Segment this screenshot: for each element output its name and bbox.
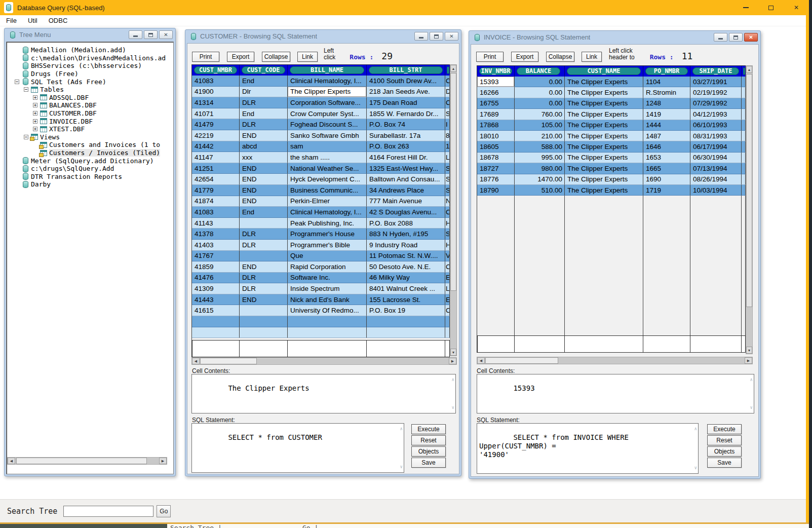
table-cell[interactable]: P.O. Box 19 (367, 305, 445, 316)
table-cell[interactable]: University Of Redmo... (288, 305, 367, 316)
table-cell[interactable]: 11 Potomac St. N.W.... (367, 251, 445, 262)
table-cell[interactable]: DLR (240, 97, 288, 108)
close-icon[interactable]: ✕ (744, 33, 758, 42)
table-cell[interactable]: Programmer's Bible (288, 240, 367, 251)
link-button[interactable]: Link (582, 52, 602, 62)
table-cell[interactable]: 17689 (477, 109, 515, 120)
tree-item[interactable]: −Tables (7, 86, 173, 94)
table-cell[interactable]: End (240, 108, 288, 120)
menu-util[interactable]: Util (28, 17, 37, 24)
table-cell-partial[interactable] (445, 316, 450, 327)
table-cell[interactable]: 0.00 (515, 98, 565, 109)
expand-icon[interactable]: + (33, 127, 37, 131)
table-cell[interactable] (240, 251, 288, 262)
table-cell[interactable]: DLR (240, 283, 288, 294)
tree-item[interactable]: +ADSSQL.DBF (7, 94, 173, 102)
menu-file[interactable]: File (6, 17, 17, 24)
scroll-up-icon[interactable]: ▲ (746, 66, 752, 73)
tree-window-titlebar[interactable]: Tree Menu ✕ (5, 28, 175, 41)
table-cell[interactable]: The Clipper Experts (288, 87, 367, 98)
go-button[interactable]: Go (157, 505, 171, 517)
scroll-up-icon[interactable]: ▲ (450, 65, 456, 72)
tree-item[interactable]: DTR Transaction Reports (7, 173, 173, 181)
table-cell-partial[interactable]: L (445, 152, 450, 163)
table-cell[interactable]: Software Inc. (288, 273, 367, 284)
table-cell[interactable]: 883 N Hyden, #195 (367, 229, 445, 240)
table-cell[interactable]: 41083 (192, 207, 240, 218)
scrollbar-thumb[interactable] (485, 357, 558, 364)
table-cell[interactable]: Clinical Hematology, I... (288, 76, 367, 87)
table-cell[interactable]: 41071 (192, 108, 240, 120)
table-cell-partial[interactable] (742, 109, 746, 120)
scroll-right-icon[interactable]: ▶ (159, 458, 167, 464)
minimize-icon[interactable] (714, 33, 727, 42)
scroll-left-icon[interactable]: ◀ (477, 357, 485, 364)
tree-item[interactable]: −SQL Test (Ads Free) (7, 78, 173, 86)
table-cell[interactable]: 41767 (192, 251, 240, 262)
table-cell[interactable]: 10/03/1994 (690, 185, 742, 196)
tree-item[interactable]: c:\drugs\SqlQuery.Add (7, 165, 173, 173)
table-cell[interactable] (288, 316, 367, 327)
table-cell[interactable]: END (240, 261, 288, 273)
table-cell[interactable]: 18790 (477, 185, 515, 196)
minimize-icon[interactable] (129, 30, 142, 39)
table-cell[interactable]: Surabellastr. 17a (367, 130, 445, 141)
table-cell[interactable]: 41143 (192, 218, 240, 229)
table-cell[interactable] (240, 218, 288, 229)
column-header[interactable]: BILL_NAME (288, 65, 367, 76)
table-cell[interactable]: END (240, 196, 288, 207)
table-cell[interactable]: 06/30/1994 (690, 153, 742, 163)
scroll-down-icon[interactable]: ▼ (746, 347, 752, 354)
invoice-window-titlebar[interactable]: INVOICE - Browsing SQL Statement ✕ (469, 31, 760, 44)
entry-cell[interactable] (240, 340, 288, 357)
table-cell[interactable] (367, 327, 445, 338)
table-cell[interactable]: 42 S Douglas Avenu... (367, 207, 445, 218)
table-cell[interactable]: 41779 (192, 185, 240, 196)
column-header[interactable]: INV_NMBR (477, 66, 515, 77)
table-cell[interactable]: END (240, 185, 288, 196)
table-cell[interactable] (192, 327, 240, 338)
objects-button[interactable]: Objects (411, 446, 446, 457)
table-cell[interactable]: Dlr (240, 87, 288, 98)
reset-button[interactable]: Reset (411, 435, 446, 445)
table-cell-partial[interactable]: E (445, 294, 450, 306)
tree-item[interactable]: Drugs (Free) (7, 70, 173, 78)
expand-icon[interactable]: + (33, 103, 37, 107)
entry-cell[interactable] (690, 335, 742, 353)
table-cell-partial[interactable]: E (445, 273, 450, 284)
table-cell[interactable]: Clinical Hematology, I... (288, 207, 367, 218)
table-cell[interactable]: 218 Jan Seeds Ave. (367, 87, 445, 98)
maximize-icon[interactable] (430, 32, 443, 41)
table-cell[interactable]: R.Stromin (643, 87, 690, 98)
table-cell[interactable]: 08/31/1993 (690, 131, 742, 141)
table-cell-partial[interactable]: S (445, 185, 450, 196)
table-cell[interactable]: 510.00 (515, 185, 565, 196)
table-cell-partial[interactable]: D (445, 87, 450, 98)
customer-window-titlebar[interactable]: CUSTOMER - Browsing SQL Statement ✕ (185, 30, 461, 43)
table-cell[interactable]: The Clipper Experts (565, 120, 643, 131)
table-cell-partial[interactable] (742, 87, 746, 98)
table-cell[interactable]: 155 Lacrosse St. (367, 294, 445, 306)
table-cell[interactable]: National Weather Se... (288, 163, 367, 174)
table-cell-partial[interactable]: S (445, 163, 450, 174)
table-cell[interactable]: 41403 (192, 240, 240, 251)
table-cell[interactable]: 34 Andrews Place (367, 185, 445, 196)
chevron-up-icon[interactable]: ∧ (452, 375, 454, 384)
chevron-up-icon[interactable]: ∧ (694, 425, 697, 433)
table-cell[interactable]: The Clipper Experts (565, 77, 643, 87)
table-cell[interactable]: 06/10/1993 (690, 120, 742, 131)
table-cell-partial[interactable]: 1 (445, 141, 450, 153)
table-cell[interactable]: 105.00 (515, 120, 565, 131)
table-cell[interactable]: Hyck Development C... (288, 174, 367, 185)
entry-cell[interactable] (742, 335, 746, 353)
table-cell[interactable]: 1653 (643, 153, 690, 163)
collapse-button[interactable]: Collapse (546, 52, 574, 62)
table-cell[interactable]: Nick and Ed's Bank (288, 294, 367, 306)
table-cell[interactable]: 1646 (643, 141, 690, 152)
table-cell-partial[interactable]: C (445, 305, 450, 316)
menu-odbc[interactable]: ODBC (49, 17, 68, 24)
table-cell-partial[interactable]: L (445, 283, 450, 294)
table-cell[interactable]: Crow Computer Syst... (288, 108, 367, 120)
tree-item[interactable]: +CUSTOMER.DBF (7, 109, 173, 118)
table-cell[interactable] (240, 327, 288, 338)
